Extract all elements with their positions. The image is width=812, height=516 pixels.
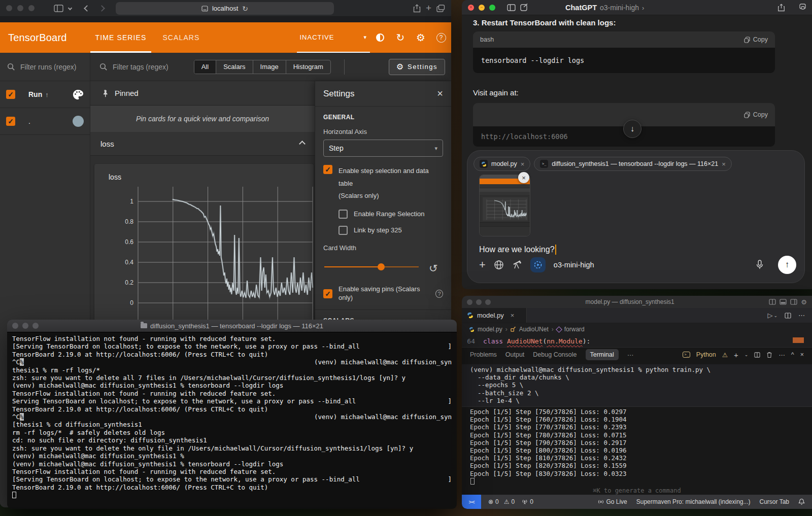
reset-icon[interactable]: ↺ [429,262,438,274]
remove-attachment-icon[interactable]: × [521,160,525,168]
pinned-section-header[interactable]: Pinned [90,81,315,106]
minimize-button[interactable] [476,299,482,305]
model-selector-icon[interactable] [530,257,546,272]
help-icon[interactable]: ? [435,290,443,298]
tab-overview-icon[interactable] [436,5,445,12]
minimize-button[interactable]: − [479,5,485,11]
tag-filter-all[interactable]: All [194,60,216,74]
checkbox-unchecked[interactable] [339,226,348,235]
slider-thumb[interactable] [378,263,385,270]
run-button[interactable]: ▷⌄ [767,312,777,319]
breadcrumb-class[interactable]: AudioUNet [519,326,549,333]
trash-icon[interactable] [766,352,772,358]
terminal-body[interactable]: TensorFlow installation not found - runn… [7,332,457,502]
refresh-icon[interactable]: ↻ [390,27,411,48]
checkbox-unchecked[interactable] [339,210,348,219]
integrated-terminal[interactable]: (venv) michaelwall@mac diffusion_synthes… [462,362,812,495]
reload-icon[interactable]: ↻ [242,5,248,13]
new-terminal-icon[interactable]: + [734,351,738,359]
attached-screenshot-thumbnail[interactable] [479,175,530,236]
horizontal-axis-select[interactable]: Step ▾ [323,140,443,157]
add-attachment-icon[interactable]: + [479,258,486,271]
tab-model-py[interactable]: model.py × [462,308,527,323]
filter-tags-input[interactable]: Filter tags (regex) [90,53,176,81]
tab-time-series[interactable]: TIME SERIES [87,22,155,53]
address-bar[interactable]: localhost ↻ [116,2,334,15]
breadcrumb-file[interactable]: model.py [478,326,502,333]
back-button[interactable] [84,5,90,12]
model-label[interactable]: o3-mini-high [554,261,594,269]
cursor-tab-status[interactable]: Cursor Tab [760,498,789,505]
more-tabs-icon[interactable]: ⋯ [627,351,634,359]
more-actions-icon[interactable]: ⋯ [798,312,805,319]
ports-indicator[interactable]: 0 [522,498,533,505]
gear-icon[interactable]: ⚙ [801,298,807,306]
model-title[interactable]: o3-mini-high [600,4,639,12]
sidebar-toggle-icon[interactable] [507,4,516,11]
sidebar-icon[interactable] [54,5,63,12]
terminal-dropdown-icon[interactable]: ⌄ [745,352,749,357]
remove-image-button[interactable]: × [518,172,529,183]
loss-chart-card[interactable]: loss 00.20.40.60.81 [94,164,314,326]
breadcrumb-method[interactable]: forward [564,326,585,333]
loss-section-header[interactable]: loss [90,132,315,156]
mic-icon[interactable] [756,260,764,270]
select-all-checkbox[interactable]: ✓ [6,90,15,99]
scroll-to-bottom-button[interactable]: ↓ [623,120,641,138]
tab-problems[interactable]: Problems [470,351,497,358]
zoom-button[interactable] [32,323,39,329]
gear-icon[interactable]: ⚙ [411,27,431,48]
checkbox-checked[interactable]: ✓ [323,289,332,298]
palette-icon[interactable] [72,89,84,100]
runs-header-label[interactable]: Run [28,90,42,98]
supermaven-status[interactable]: Supermaven Pro: michaelwall (indexing...… [636,498,751,505]
share-icon[interactable] [413,4,421,13]
new-tab-icon[interactable]: + [426,3,431,14]
card-width-slider[interactable] [324,263,419,271]
step-selection-checkbox-row[interactable]: ✓ Enable step selection and data table (… [323,165,443,202]
forward-button[interactable] [98,5,105,12]
split-editor-icon[interactable] [785,313,791,319]
globe-icon[interactable] [494,260,504,270]
tab-output[interactable]: Output [505,351,525,358]
remote-indicator[interactable]: >< [462,495,481,509]
saving-pins-checkbox-row[interactable]: ✓ Enable saving pins (Scalars only) ? [323,285,443,302]
sidebar-chevron-icon[interactable] [68,6,72,10]
copy-button[interactable]: Copy [744,36,768,43]
theme-contrast-icon[interactable] [370,27,390,48]
zoom-button[interactable] [28,5,35,11]
more-icon[interactable]: ⋯ [779,351,785,359]
close-button[interactable] [467,299,472,305]
tag-filter-scalars[interactable]: Scalars [216,60,253,74]
new-chat-icon[interactable] [520,4,528,11]
zoom-button[interactable] [489,5,495,11]
settings-button[interactable]: ⚙ Settings [389,59,445,75]
zoom-button[interactable] [485,299,491,305]
tab-terminal[interactable]: Terminal [586,349,619,360]
close-panel-icon[interactable]: × [800,351,804,358]
remove-attachment-icon[interactable]: × [722,160,726,168]
chat-composer[interactable]: model.py × >_ diffusion_synthesis1 — ten… [467,150,805,283]
attachment-chip-terminal[interactable]: >_ diffusion_synthesis1 — tensorboard --… [534,157,731,171]
layout-columns-icon[interactable] [769,299,776,305]
help-icon[interactable]: ? [431,27,451,48]
maximize-panel-icon[interactable]: ^ [791,351,794,358]
share-icon[interactable] [777,4,785,12]
loss-chart[interactable]: 00.20.40.60.81 [94,164,314,326]
close-icon[interactable]: × [437,88,443,99]
close-button[interactable] [12,323,18,329]
tab-debug-console[interactable]: Debug Console [533,351,577,358]
terminal-process-label[interactable]: Python [696,351,716,358]
layout-right-icon[interactable] [790,299,797,305]
close-button[interactable] [6,5,12,11]
layout-panel-icon[interactable] [780,299,787,305]
checkbox-checked[interactable]: ✓ [323,165,332,174]
bell-icon[interactable] [798,498,805,505]
tabs-icon[interactable] [798,4,806,11]
problems-indicator[interactable]: ⊗0 ⚠0 [488,498,515,505]
go-live-button[interactable]: Go Live [598,498,627,505]
range-selection-checkbox-row[interactable]: Enable Range Selection [339,210,443,219]
split-terminal-icon[interactable] [754,352,760,358]
message-input[interactable]: How are we looking? [479,245,556,255]
send-button[interactable]: ↑ [778,256,796,274]
